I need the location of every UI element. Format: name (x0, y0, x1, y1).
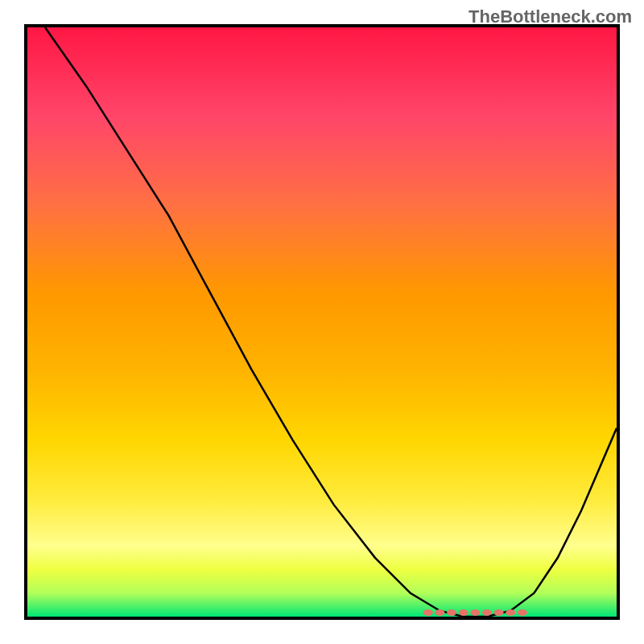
minimum-zone-markers (423, 609, 527, 616)
minimum-marker (506, 609, 515, 616)
minimum-marker (482, 609, 492, 616)
chart-plot-area (24, 24, 620, 620)
minimum-marker (470, 609, 480, 616)
minimum-marker (447, 609, 456, 616)
curve-svg (27, 27, 617, 617)
minimum-marker (423, 609, 433, 616)
minimum-marker (435, 609, 444, 616)
minimum-marker (459, 609, 469, 616)
bottleneck-curve-line (45, 27, 617, 617)
watermark-text: TheBottleneck.com (469, 6, 632, 27)
minimum-marker (494, 609, 504, 616)
minimum-marker (518, 609, 527, 616)
